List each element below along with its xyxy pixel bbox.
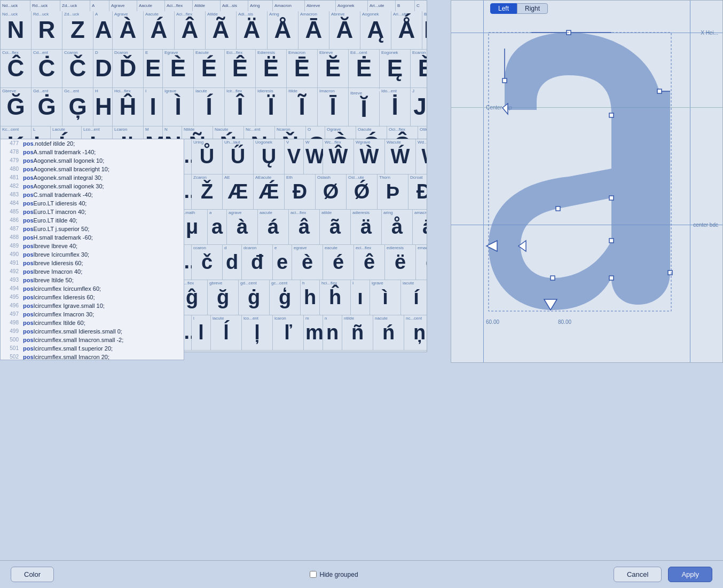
glyph-cell[interactable]: ee xyxy=(273,245,292,280)
glyph-cell[interactable]: Hci...flexĤ xyxy=(113,88,144,126)
glyph-cell[interactable]: DcroatĐ xyxy=(408,174,427,209)
glyph-row-g[interactable]: gci...flexĝ gbreveğ gd...centġ gc...cent… xyxy=(177,280,427,315)
glyph-cell[interactable]: Wd...sisẄ xyxy=(416,139,427,174)
code-line[interactable]: 482pos Aogonek.small iogonek 30; xyxy=(1,182,184,190)
glyph-cell[interactable]: Zd...uckZ xyxy=(62,11,93,49)
glyph-cell[interactable]: EcaronĚ xyxy=(411,50,427,88)
glyph-cell[interactable]: iacuteí xyxy=(401,280,427,315)
glyph-cell[interactable]: WacuteẂ xyxy=(385,139,416,174)
glyph-cell[interactable]: AEacuteǼ xyxy=(254,174,285,209)
code-line[interactable]: 498pos Icircumflex Itilde 60; xyxy=(1,319,184,327)
glyph-cell[interactable]: Cd...entĊ xyxy=(32,50,62,88)
glyph-cell[interactable]: Rd...uckR xyxy=(32,11,62,49)
glyph-cell[interactable]: lcaronľ xyxy=(273,315,304,350)
glyph-cell[interactable]: gbreveğ xyxy=(208,280,239,315)
glyph-cell[interactable]: AbreveĂ xyxy=(329,11,360,49)
code-line[interactable]: 489pos Ibreve Ibreve 40; xyxy=(1,242,184,250)
glyph-cell[interactable]: IgraveÌ xyxy=(163,88,194,126)
glyph-cell[interactable]: ccaronč xyxy=(192,245,223,280)
glyph-cell[interactable]: JJ xyxy=(411,88,427,126)
glyph-cell[interactable]: Ed...centĖ xyxy=(349,50,380,88)
glyph-cell[interactable]: EdieresisË xyxy=(256,50,287,88)
code-line[interactable]: 481pos Aogonek.small integral 30; xyxy=(1,173,184,182)
glyph-row-u[interactable]: re... UringŮ Uh...lautŰ UogonekŲ VV WW W… xyxy=(177,139,427,174)
code-line[interactable]: 495pos Icircumflex Idieresis 60; xyxy=(1,293,184,301)
glyph-row-c[interactable]: nt... ccaronč dd dcaronđ ee egraveè eacu… xyxy=(177,245,427,280)
glyph-cell[interactable]: atildeã xyxy=(320,210,351,244)
glyph-cell[interactable]: Iı xyxy=(351,280,370,315)
glyph-cell[interactable]: Gd...entĠ xyxy=(32,88,62,126)
glyph-cell[interactable]: Nd...uckN xyxy=(1,11,32,49)
glyph-cell[interactable]: lco...entļ xyxy=(242,315,273,350)
glyph-cell[interactable]: ImacronĪ xyxy=(318,88,349,126)
glyph-cell[interactable]: DD xyxy=(93,50,113,88)
code-line[interactable]: 500pos Icircumflex.small Imacron.small -… xyxy=(1,336,184,344)
code-line[interactable]: 490pos Ibreve Icircumflex 30; xyxy=(1,250,184,259)
code-line[interactable]: 499pos Icircumflex.small Idieresis.small… xyxy=(1,327,184,336)
glyph-cell[interactable]: EmacronĒ xyxy=(287,50,318,88)
glyph-cell[interactable]: EbreveĔ xyxy=(318,50,349,88)
glyph-cell[interactable]: AgraveÀ xyxy=(113,11,144,49)
code-line[interactable]: 502pos Icircumflex.small Imacron 20; xyxy=(1,353,184,360)
glyph-row-3[interactable]: GbreveĞ Gd...entĠ Gc...entĢ HH Hci...fle… xyxy=(1,88,427,126)
glyph-cell[interactable]: eci...flexê xyxy=(354,245,385,280)
glyph-cell[interactable]: HH xyxy=(93,88,113,126)
glyph-cell[interactable]: aringå xyxy=(382,210,413,244)
code-line[interactable]: 501pos Icircumflex.small f.superior 20; xyxy=(1,344,184,353)
code-lines-container[interactable]: 477pos .notdef itilde 20;478pos A.small … xyxy=(1,139,184,360)
glyph-cell[interactable]: ntildeñ xyxy=(342,315,373,350)
glyph-cell[interactable]: ItildeĨ xyxy=(287,88,318,126)
glyph-cell[interactable]: UringŮ xyxy=(192,139,223,174)
glyph-cell[interactable]: WW xyxy=(304,139,323,174)
code-line[interactable]: 497pos Icircumflex Imacron 30; xyxy=(1,310,184,319)
glyph-cell[interactable]: ZcaronŽ xyxy=(192,174,223,209)
glyph-preview-svg[interactable] xyxy=(462,11,718,353)
code-line[interactable]: 494pos Icircumflex Icircumflex 60; xyxy=(1,284,184,293)
color-button[interactable]: Color xyxy=(11,567,54,582)
glyph-cell[interactable]: Osl...uteǾ xyxy=(347,174,378,209)
glyph-cell[interactable]: ll xyxy=(192,315,211,350)
code-line[interactable]: 496pos Icircumflex Igrave.small 10; xyxy=(1,301,184,310)
glyph-cell[interactable]: AA xyxy=(93,11,113,49)
glyph-cell[interactable]: IbreveĬ xyxy=(349,88,380,126)
glyph-cell[interactable]: EE xyxy=(144,50,163,88)
glyph-cell[interactable]: mm xyxy=(304,315,323,350)
glyph-cell[interactable]: agraveà xyxy=(227,210,258,244)
glyph-cell[interactable]: Ari...uteǺ xyxy=(391,11,422,49)
glyph-cell[interactable]: Adi...sisÄ xyxy=(237,11,268,49)
glyph-cell[interactable]: AEÆ xyxy=(223,174,254,209)
glyph-cell[interactable]: Uh...lautŰ xyxy=(223,139,254,174)
code-line[interactable]: 478pos A.small trademark -140; xyxy=(1,148,184,156)
glyph-cell[interactable]: EgraveÈ xyxy=(163,50,194,88)
glyph-row-mu[interactable]: mu.mathμ aa agraveà aacuteá aci...flexâ … xyxy=(177,210,427,245)
glyph-cell[interactable]: GbreveĞ xyxy=(1,88,32,126)
glyph-cell[interactable]: AmacronĀ xyxy=(298,11,329,49)
glyph-cell[interactable]: nacuteń xyxy=(373,315,404,350)
code-line[interactable]: 486pos Euro.LT itilde 40; xyxy=(1,216,184,225)
glyph-cell[interactable]: gc...centģ xyxy=(270,280,301,315)
glyph-cell[interactable]: dcaronđ xyxy=(242,245,273,280)
glyph-cell[interactable]: CcaronČ xyxy=(62,50,93,88)
glyph-cell[interactable]: egraveè xyxy=(292,245,323,280)
apply-button[interactable]: Apply xyxy=(668,567,712,582)
code-line[interactable]: 484pos Euro.LT idieresis 40; xyxy=(1,199,184,208)
glyph-cell[interactable]: nc...centņ xyxy=(404,315,427,350)
glyph-cell[interactable]: igraveì xyxy=(370,280,401,315)
glyph-cell[interactable]: IacuteÍ xyxy=(194,88,225,126)
glyph-cell[interactable]: Wc...flexŴ xyxy=(323,139,354,174)
glyph-cell[interactable]: Eci...flexÊ xyxy=(225,50,256,88)
glyph-cell[interactable]: IdieresisÏ xyxy=(256,88,287,126)
glyph-cell[interactable]: edieresisë xyxy=(385,245,416,280)
glyph-cell[interactable]: hci...flexĥ xyxy=(320,280,351,315)
glyph-cell[interactable]: aa xyxy=(208,210,227,244)
glyph-cell[interactable]: WgraveẀ xyxy=(354,139,385,174)
hide-grouped-checkbox[interactable] xyxy=(310,571,317,578)
code-line[interactable]: 477pos .notdef itilde 20; xyxy=(1,139,184,148)
code-line[interactable]: 483pos C.small trademark -40; xyxy=(1,190,184,199)
glyph-cell[interactable]: EacuteÉ xyxy=(194,50,225,88)
glyph-cell[interactable]: aci...flexâ xyxy=(289,210,320,244)
glyph-cell[interactable]: lacuteĺ xyxy=(211,315,242,350)
code-line[interactable]: 479pos Aogonek.small Iogonek 10; xyxy=(1,156,184,165)
glyph-cell[interactable]: Aci...flexÂ xyxy=(175,11,206,49)
glyph-cell[interactable]: Ido...entİ xyxy=(380,88,411,126)
